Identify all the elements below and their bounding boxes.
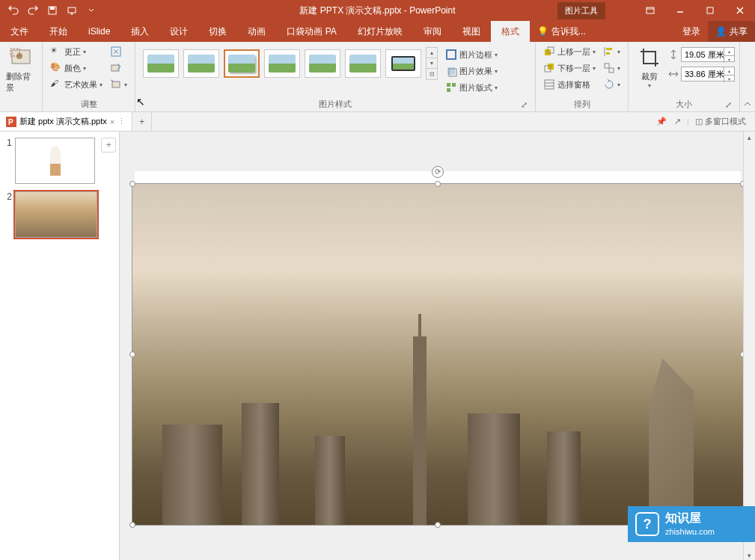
picture-layout-button[interactable]: 图片版式▾ bbox=[442, 80, 501, 95]
color-label: 颜色 bbox=[64, 63, 81, 74]
style-thumb-4[interactable] bbox=[264, 49, 300, 78]
adjust-group-label: 调整 bbox=[47, 97, 130, 111]
svg-rect-15 bbox=[447, 83, 450, 87]
tab-insert[interactable]: 插入 bbox=[120, 21, 159, 42]
close-button[interactable] bbox=[725, 0, 755, 21]
style-thumb-3[interactable] bbox=[224, 49, 260, 78]
picture-effects-button[interactable]: 图片效果▾ bbox=[442, 64, 501, 79]
scroll-down-button[interactable]: ▾ bbox=[744, 550, 755, 560]
style-thumb-7[interactable] bbox=[385, 49, 421, 78]
scroll-up-button[interactable]: ▴ bbox=[744, 132, 755, 144]
minimize-button[interactable] bbox=[665, 0, 695, 21]
doc-tab-close[interactable]: × bbox=[110, 117, 114, 126]
selection-pane-label: 选择窗格 bbox=[557, 79, 590, 90]
undo-button[interactable] bbox=[4, 1, 22, 19]
dialog-launcher-icon[interactable]: ⤢ bbox=[723, 99, 733, 110]
width-down[interactable]: ▾ bbox=[724, 76, 734, 83]
bring-fwd-label: 上移一层 bbox=[557, 46, 590, 58]
picture-border-button[interactable]: 图片边框▾ bbox=[442, 47, 501, 62]
chevron-down-icon: ▾ bbox=[617, 65, 620, 72]
rotate-button[interactable]: ▾ bbox=[600, 77, 623, 92]
share-icon: 👤 bbox=[715, 26, 727, 37]
tell-me-search[interactable]: 💡 告诉我... bbox=[530, 21, 593, 42]
tab-view[interactable]: 视图 bbox=[452, 21, 491, 42]
ribbon-options-button[interactable] bbox=[635, 0, 665, 21]
height-up[interactable]: ▴ bbox=[724, 48, 734, 56]
slideshow-button[interactable] bbox=[63, 1, 81, 19]
tab-transitions[interactable]: 切换 bbox=[198, 21, 237, 42]
group-adjust: ☀更正▾ 🎨颜色▾ 🖌艺术效果▾ ▾ 调整 bbox=[43, 42, 135, 111]
resize-handle-n[interactable] bbox=[435, 181, 441, 187]
gallery-more-button[interactable]: ⊟ bbox=[427, 69, 437, 79]
doc-tab-menu[interactable]: ⋮ bbox=[117, 117, 126, 126]
style-thumb-1[interactable] bbox=[143, 49, 179, 78]
align-button[interactable]: ▾ bbox=[600, 44, 623, 59]
tab-slideshow[interactable]: 幻灯片放映 bbox=[347, 21, 413, 42]
tab-animations[interactable]: 动画 bbox=[237, 21, 276, 42]
maximize-button[interactable] bbox=[695, 0, 725, 21]
selected-image[interactable]: ⟳ bbox=[132, 183, 744, 526]
qat-more-button[interactable] bbox=[82, 1, 100, 19]
svg-rect-2 bbox=[68, 7, 76, 13]
change-picture-button[interactable] bbox=[107, 61, 130, 76]
compress-button[interactable] bbox=[107, 44, 130, 59]
group-objects-button[interactable]: ▾ bbox=[600, 61, 623, 76]
redo-button[interactable] bbox=[24, 1, 42, 19]
add-tab-button[interactable]: + bbox=[132, 112, 152, 131]
resize-handle-sw[interactable] bbox=[129, 522, 135, 528]
arrow-button[interactable]: ↗ bbox=[673, 115, 682, 128]
chevron-down-icon: ▾ bbox=[617, 81, 620, 88]
artistic-effects-button[interactable]: 🖌艺术效果▾ bbox=[47, 77, 106, 92]
corrections-button[interactable]: ☀更正▾ bbox=[47, 44, 106, 59]
multi-window-button[interactable]: ◫ 多窗口模式 bbox=[694, 114, 748, 129]
gallery-down-button[interactable]: ▾ bbox=[427, 58, 437, 69]
width-input[interactable]: 33.86 厘米▴▾ bbox=[681, 67, 735, 81]
question-icon: ? bbox=[635, 512, 659, 536]
tab-file[interactable]: 文件 bbox=[0, 21, 39, 42]
layout-label: 图片版式 bbox=[459, 82, 492, 93]
watermark-badge[interactable]: ? 知识屋 zhishiwu.com bbox=[628, 506, 755, 542]
login-button[interactable]: 登录 bbox=[675, 25, 708, 38]
slide-thumbnail-2[interactable] bbox=[15, 191, 97, 238]
send-backward-button[interactable]: 下移一层▾ bbox=[540, 61, 599, 76]
tab-islide[interactable]: iSlide bbox=[78, 21, 120, 42]
resize-handle-nw[interactable] bbox=[129, 181, 135, 187]
crop-button[interactable]: 裁剪 ▾ bbox=[633, 44, 666, 90]
width-up[interactable]: ▴ bbox=[724, 67, 734, 76]
selection-pane-button[interactable]: 选择窗格 bbox=[540, 77, 599, 92]
svg-text:P: P bbox=[8, 118, 13, 126]
document-tab[interactable]: P 新建 pptx 演示文稿.pptx × ⋮ bbox=[0, 112, 132, 131]
height-input[interactable]: 19.05 厘米▴▾ bbox=[681, 47, 735, 62]
gallery-up-button[interactable]: ▴ bbox=[427, 48, 437, 58]
color-button[interactable]: 🎨颜色▾ bbox=[47, 61, 106, 76]
palette-icon: 🎨 bbox=[50, 62, 62, 74]
slide-thumbnail-1[interactable] bbox=[15, 138, 96, 184]
style-thumb-5[interactable] bbox=[305, 49, 340, 78]
bring-forward-button[interactable]: 上移一层▾ bbox=[540, 44, 599, 59]
collapse-ribbon-button[interactable] bbox=[743, 99, 752, 108]
remove-background-button[interactable]: 删除背景 bbox=[4, 44, 37, 95]
rotate-handle[interactable]: ⟳ bbox=[432, 166, 444, 178]
slide-thumbnails-panel: 1 + 2 bbox=[0, 132, 120, 560]
add-slide-button[interactable]: + bbox=[101, 138, 116, 153]
tab-pocket-anim[interactable]: 口袋动画 PA bbox=[276, 21, 346, 42]
tab-format[interactable]: 格式 bbox=[491, 21, 530, 42]
send-back-label: 下移一层 bbox=[557, 63, 590, 74]
vertical-scrollbar[interactable]: ▴ ▾ bbox=[743, 132, 755, 560]
style-thumb-2[interactable] bbox=[183, 49, 219, 78]
share-button[interactable]: 👤 共享 bbox=[708, 21, 755, 42]
chevron-down-icon: ▾ bbox=[100, 81, 103, 88]
dialog-launcher-icon[interactable]: ⤢ bbox=[519, 99, 529, 110]
resize-handle-s[interactable] bbox=[435, 522, 441, 528]
slide-canvas-area[interactable]: ⟳ ▴ ▾ bbox=[120, 132, 755, 560]
save-button[interactable] bbox=[43, 1, 61, 19]
tab-home[interactable]: 开始 bbox=[39, 21, 78, 42]
svg-rect-29 bbox=[609, 68, 614, 73]
height-down[interactable]: ▾ bbox=[724, 56, 734, 64]
reset-picture-button[interactable]: ▾ bbox=[107, 77, 130, 92]
pin-button[interactable]: 📌 bbox=[655, 115, 668, 128]
tab-review[interactable]: 审阅 bbox=[413, 21, 452, 42]
style-thumb-6[interactable] bbox=[345, 49, 381, 78]
tab-design[interactable]: 设计 bbox=[159, 21, 198, 42]
resize-handle-w[interactable] bbox=[129, 351, 135, 357]
